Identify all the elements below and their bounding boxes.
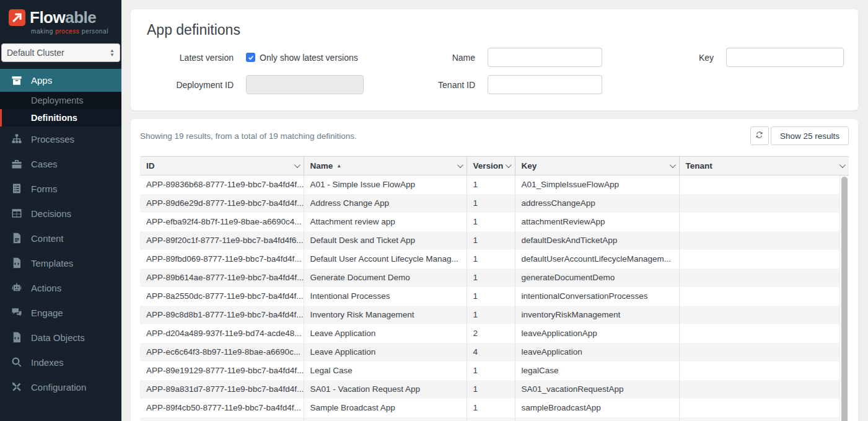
latest-version-label: Latest version (147, 53, 234, 63)
cell-name: A01 - Simple Issue FlowApp (304, 175, 467, 194)
sidebar-item-templates[interactable]: Templates (0, 250, 121, 275)
sitemap-icon (11, 133, 23, 144)
tenant-id-label: Tenant ID (376, 80, 475, 90)
sidebar-item-label: Indexes (31, 357, 64, 368)
cell-version: 1 (467, 287, 515, 306)
column-header-name[interactable]: Name▲ (304, 157, 467, 175)
latest-versions-checkbox[interactable] (246, 53, 255, 62)
column-header-id[interactable]: ID (140, 157, 304, 175)
table-row[interactable]: APP-89f20c1f-8777-11e9-bbc7-ba4fd4f6... … (140, 231, 849, 250)
table-row[interactable]: APP-89f4cb50-8777-11e9-bbc7-ba4fd4f... S… (140, 399, 849, 417)
table-row[interactable]: APP-8a2550dc-8777-11e9-bbc7-ba4fd4f... I… (140, 287, 849, 306)
cell-id: APP-d204a489-937f-11e9-bd74-acde48... (140, 324, 304, 343)
sidebar-item-apps[interactable]: Apps (0, 69, 121, 92)
sidebar-item-deployments[interactable]: Deployments (0, 92, 121, 109)
table-scrollbar-thumb[interactable] (841, 177, 848, 421)
cell-tenant (679, 399, 849, 417)
table-row[interactable]: APP-89c8d8b1-8777-11e9-bbc7-ba4fd4f... I… (140, 306, 849, 324)
cell-name: Leave Application (304, 324, 467, 343)
cell-version: 1 (467, 213, 515, 231)
apps-box-icon (11, 75, 23, 86)
column-header-tenant[interactable]: Tenant (679, 157, 849, 175)
table-row[interactable]: APP-89a831d7-8777-11e9-bbc7-ba4fd4f... S… (140, 380, 849, 399)
cell-tenant (679, 175, 849, 194)
filters-panel: App definitions Latest version Only show… (131, 9, 858, 110)
cell-name: Generate Document Demo (304, 268, 467, 287)
cell-key: defaultDeskAndTicketApp (515, 231, 679, 250)
tenant-id-input[interactable] (488, 75, 602, 94)
cell-id: APP-8a2550dc-8777-11e9-bbc7-ba4fd4f... (140, 287, 304, 306)
column-header-key[interactable]: Key (515, 157, 679, 175)
sidebar-nav: Apps Deployments Definitions Processes C… (0, 69, 121, 399)
sidebar-item-decisions[interactable]: Decisions (0, 201, 121, 226)
latest-versions-checkbox-row[interactable]: Only show latest versions (246, 53, 364, 63)
table-row[interactable]: APP-d204a489-937f-11e9-bd74-acde48... Le… (140, 324, 849, 343)
table-row[interactable]: APP-89d6e29d-8777-11e9-bbc7-ba4fd4f... A… (140, 194, 849, 213)
sub-item-label: Deployments (31, 95, 84, 105)
cell-name: Attachment review app (304, 213, 467, 231)
cell-tenant (679, 194, 849, 213)
cell-key: leaveApplication (515, 343, 679, 361)
refresh-button[interactable] (750, 126, 769, 145)
cell-tenant (679, 324, 849, 343)
briefcase-icon (11, 158, 23, 169)
sidebar-item-processes[interactable]: Processes (0, 126, 121, 151)
table-row[interactable]: APP-89e19129-8777-11e9-bbc7-ba4fd4f... L… (140, 361, 849, 380)
cell-name: Address Change App (304, 194, 467, 213)
cell-version: 1 (467, 250, 515, 268)
key-input[interactable] (726, 48, 844, 67)
cell-version: 1 (467, 380, 515, 399)
results-panel: Showing 19 results, from a total of 19 m… (131, 119, 858, 421)
cell-tenant (679, 250, 849, 268)
chevron-down-icon[interactable] (669, 162, 675, 168)
cell-id: APP-89fbd069-8777-11e9-bbc7-ba4fd4f... (140, 250, 304, 268)
sidebar-item-data-objects[interactable]: Data Objects (0, 325, 121, 350)
name-input[interactable] (488, 48, 602, 67)
cell-version: 4 (467, 343, 515, 361)
sidebar-item-forms[interactable]: Forms (0, 176, 121, 201)
sidebar-item-label: Apps (31, 75, 52, 86)
sidebar-item-actions[interactable]: Actions (0, 275, 121, 300)
cell-key: sampleBroadcastApp (515, 399, 679, 417)
table-row[interactable]: APP-89fbd069-8777-11e9-bbc7-ba4fd4f... D… (140, 250, 849, 268)
definitions-table: ID Name▲ Version Key Tenant (140, 156, 849, 421)
sidebar-item-indexes[interactable]: Indexes (0, 350, 121, 374)
cell-name: Intentional Processes (304, 287, 467, 306)
chevron-down-icon[interactable] (294, 162, 300, 168)
table-row[interactable] (140, 417, 849, 421)
table-row[interactable]: APP-89b614ae-8777-11e9-bbc7-ba4fd4f... G… (140, 268, 849, 287)
name-label: Name (376, 53, 475, 63)
sidebar-item-label: Cases (31, 159, 58, 169)
cluster-select[interactable]: Default Cluster ▲▼ (1, 43, 120, 62)
robot-icon (11, 282, 23, 293)
cell-id: APP-89f20c1f-8777-11e9-bbc7-ba4fd4f6... (140, 231, 304, 250)
table-row[interactable]: APP-ec6c64f3-8b97-11e9-8bae-a6690c... Le… (140, 343, 849, 361)
sidebar-item-cases[interactable]: Cases (0, 151, 121, 176)
sidebar-item-configuration[interactable]: Configuration (0, 374, 121, 399)
sidebar-item-label: Data Objects (31, 332, 85, 343)
table-row[interactable]: APP-efba92f4-8b7f-11e9-8bae-a6690c4... A… (140, 213, 849, 231)
deployment-id-label: Deployment ID (147, 80, 234, 90)
chevron-down-icon[interactable] (457, 162, 463, 168)
sidebar-item-content[interactable]: Content (0, 226, 121, 250)
cell-id: APP-89d6e29d-8777-11e9-bbc7-ba4fd4f... (140, 194, 304, 213)
table-row[interactable]: APP-89836b68-8777-11e9-bbc7-ba4fd4f... A… (140, 175, 849, 194)
flowable-logo[interactable]: Flowable making process personal (0, 0, 121, 41)
cell-version: 1 (467, 194, 515, 213)
table-icon (11, 208, 23, 219)
chevron-down-icon[interactable] (505, 162, 511, 168)
sidebar-item-definitions[interactable]: Definitions (0, 109, 121, 126)
cell-version: 1 (467, 361, 515, 380)
show-results-button[interactable]: Show 25 results (771, 126, 849, 145)
chevron-down-icon[interactable] (840, 162, 846, 168)
cell-key: addressChangeApp (515, 194, 679, 213)
sidebar-item-engage[interactable]: Engage (0, 300, 121, 325)
column-header-version[interactable]: Version (467, 157, 515, 175)
cell-key: A01_SimpleIssueFlowApp (515, 175, 679, 194)
cell-tenant (679, 361, 849, 380)
cell-tenant (679, 268, 849, 287)
cell-id: APP-89a831d7-8777-11e9-bbc7-ba4fd4f... (140, 380, 304, 399)
cell-id: APP-89f4cb50-8777-11e9-bbc7-ba4fd4f... (140, 399, 304, 417)
sidebar-item-label: Engage (31, 308, 63, 318)
table-scrollbar[interactable] (840, 175, 849, 421)
